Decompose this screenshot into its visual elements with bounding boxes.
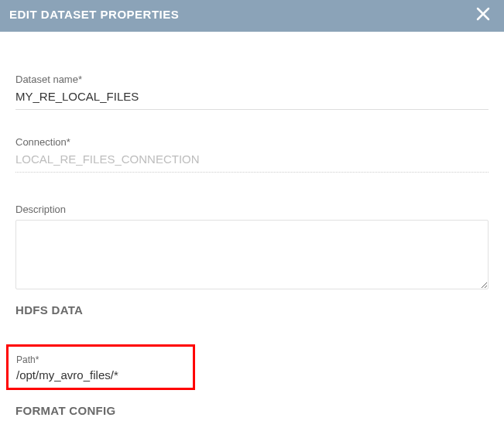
field-connection: Connection*	[15, 136, 489, 173]
dataset-name-input[interactable]	[15, 90, 489, 110]
section-hdfs-data: HDFS DATA	[15, 303, 489, 317]
description-input[interactable]	[15, 220, 489, 289]
path-highlight-box: Path* /opt/my_avro_files/*	[6, 344, 195, 390]
path-value[interactable]: /opt/my_avro_files/*	[16, 368, 185, 382]
dialog-body: Dataset name* Connection* Description HD…	[0, 32, 504, 417]
description-label: Description	[15, 204, 489, 215]
path-label: Path*	[16, 354, 185, 365]
connection-input	[15, 152, 489, 173]
section-format-config: FORMAT CONFIG	[15, 404, 489, 417]
dialog-title: EDIT DATASET PROPERTIES	[9, 8, 179, 21]
connection-label: Connection*	[15, 136, 489, 148]
field-dataset-name: Dataset name*	[15, 74, 489, 110]
close-icon[interactable]	[476, 7, 490, 21]
field-description: Description	[15, 204, 489, 289]
dataset-name-label: Dataset name*	[15, 74, 489, 85]
dialog-header: EDIT DATASET PROPERTIES	[0, 0, 504, 32]
